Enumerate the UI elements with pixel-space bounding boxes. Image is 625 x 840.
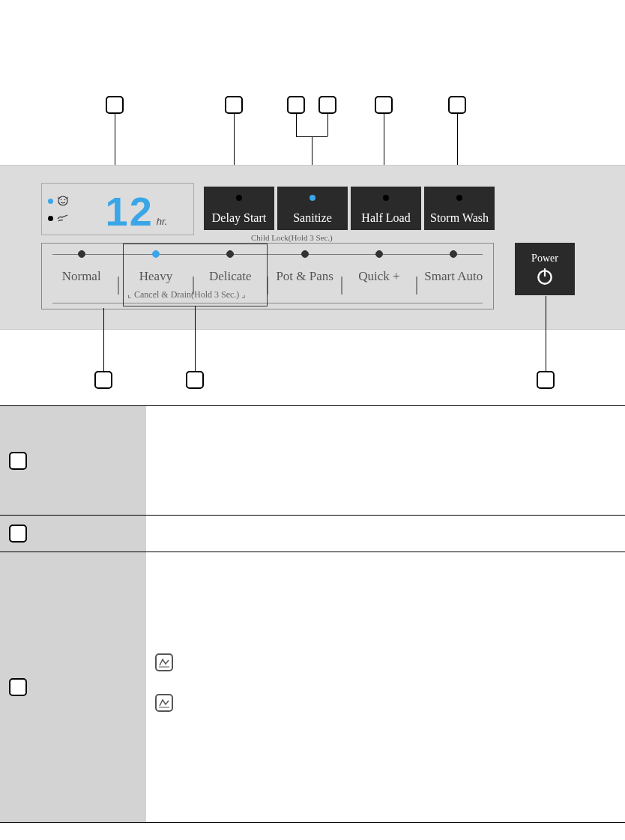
button-label: Sanitize — [293, 211, 332, 225]
callout-3b — [318, 96, 336, 114]
note-icon — [155, 694, 173, 712]
option-buttons: Delay Start Sanitize Half Load Storm Was… — [204, 187, 495, 230]
display-digits: 12 — [106, 191, 154, 232]
cycle-selector: Normal Heavy Delicate Pot & Pans — [45, 244, 490, 304]
callout-5 — [448, 96, 466, 114]
child-lock-hint: Child Lock(Hold 3 Sec.) — [251, 233, 333, 242]
svg-rect-4 — [544, 268, 546, 277]
svg-point-0 — [58, 196, 67, 205]
callout-2 — [225, 96, 243, 114]
note — [155, 653, 616, 671]
callout-7 — [94, 371, 112, 389]
note — [155, 694, 616, 712]
power-icon — [535, 267, 555, 286]
cycle-label: Smart Auto — [424, 269, 483, 283]
button-label: Half Load — [361, 211, 410, 225]
button-label: Storm Wash — [430, 211, 489, 225]
callout-3a — [287, 96, 305, 114]
display-unit: hr. — [157, 216, 168, 227]
led-icon — [450, 250, 457, 258]
note-icon — [155, 653, 173, 671]
connector — [195, 306, 196, 371]
rinse-icon — [56, 214, 70, 223]
cycle-normal[interactable]: Normal — [45, 244, 118, 284]
sanitize-button[interactable]: Sanitize — [277, 187, 348, 230]
svg-point-1 — [61, 199, 62, 201]
rinse-aid-indicator — [48, 214, 79, 223]
cycle-pot-pans[interactable]: Pot & Pans — [268, 244, 341, 284]
row-marker-cell — [0, 406, 146, 515]
row-marker — [9, 678, 27, 696]
connector — [296, 114, 297, 136]
storm-wash-button[interactable]: Storm Wash — [424, 187, 495, 230]
description-table — [0, 405, 625, 823]
half-load-button[interactable]: Half Load — [351, 187, 421, 230]
callout-6 — [537, 371, 555, 389]
power-label: Power — [531, 253, 558, 265]
led-icon — [375, 250, 383, 258]
row-content — [146, 406, 625, 515]
face-icon — [56, 196, 70, 206]
cycle-smart-auto[interactable]: Smart Auto — [417, 244, 490, 284]
cycle-label: Quick + — [358, 269, 399, 283]
row-content — [146, 552, 625, 822]
callout-8 — [186, 371, 204, 389]
cycle-label: Pot & Pans — [276, 269, 333, 283]
table-row — [0, 552, 625, 823]
callout-4 — [375, 96, 393, 114]
cycle-quick[interactable]: Quick + — [342, 244, 415, 284]
cycle-label: Normal — [62, 269, 101, 283]
svg-point-2 — [64, 199, 66, 201]
led-icon — [383, 195, 389, 201]
table-row — [0, 405, 625, 515]
delay-start-button[interactable]: Delay Start — [204, 187, 274, 230]
page: { "display": { "digits": "12", "unit": "… — [0, 0, 625, 840]
led-icon — [456, 195, 462, 201]
connector — [327, 114, 328, 136]
callout-1 — [106, 96, 124, 114]
row-marker-cell — [0, 516, 146, 552]
led-icon — [78, 250, 85, 258]
connector — [103, 308, 104, 371]
cancel-drain-outline — [123, 244, 268, 306]
time-display: 12 hr. — [79, 184, 193, 235]
row-marker — [9, 452, 27, 470]
display: 12 hr. — [41, 183, 194, 235]
row-marker — [9, 525, 27, 543]
power-button[interactable]: Power — [515, 243, 575, 295]
row-content — [146, 516, 625, 552]
led-icon — [236, 195, 242, 201]
display-indicators — [42, 184, 79, 235]
led-icon — [301, 250, 309, 258]
connector — [546, 296, 546, 371]
led-icon — [310, 195, 315, 201]
row-marker-cell — [0, 552, 146, 822]
button-label: Delay Start — [212, 211, 266, 225]
child-lock-indicator — [48, 196, 79, 206]
divider — [52, 303, 483, 303]
table-row — [0, 515, 625, 552]
control-panel: 12 hr. Delay Start Sanitize Half Load St… — [0, 165, 625, 330]
